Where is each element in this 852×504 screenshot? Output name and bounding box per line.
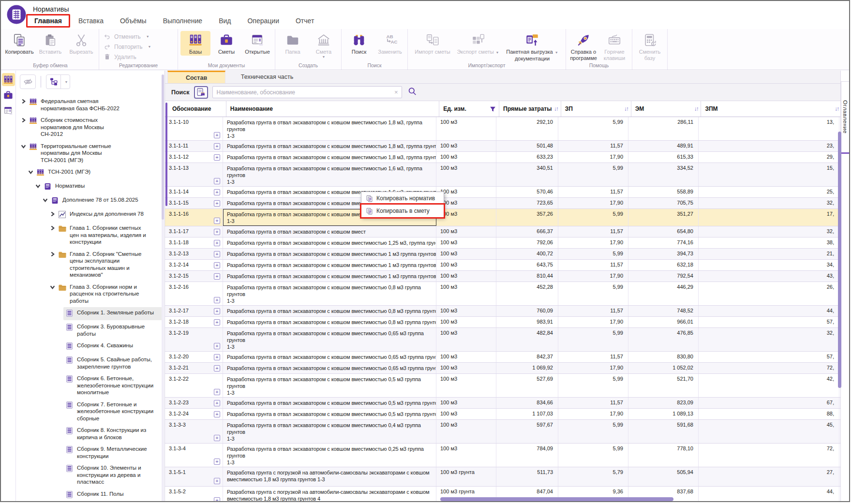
column-header-zpm[interactable]: ЗПМ↓↑ — [701, 101, 842, 117]
expand-plus-icon[interactable]: + — [214, 262, 220, 268]
menu-tab-home[interactable]: Главная — [26, 14, 70, 28]
expand-plus-icon[interactable]: + — [214, 154, 220, 161]
ribbon-button-batch-export[interactable]: Пакетная выгрузка▼документации — [501, 31, 563, 62]
table-row-3.1-2-22[interactable]: 3.1-2-22+Разработка грунта в отвал экска… — [165, 374, 842, 398]
sort-icon[interactable]: ↓↑ — [554, 105, 558, 112]
ribbon-button-about[interactable]: Справка о программе — [568, 31, 598, 62]
expand-plus-icon[interactable]: + — [214, 459, 220, 465]
table-row-3.1-2-16[interactable]: 3.1-2-16+Разработка грунта в отвал экска… — [165, 282, 842, 306]
context-menu-item-copy-to-estimate[interactable]: Копировать в смету — [361, 205, 444, 217]
rail-opened[interactable] — [2, 104, 15, 117]
table-row-3.1-2-17[interactable]: 3.1-2-17+Разработка грунта в отвал экска… — [165, 306, 842, 317]
sort-icon[interactable]: ↓↑ — [624, 105, 628, 112]
menu-tab-operations[interactable]: Операции — [239, 14, 287, 28]
expand-plus-icon[interactable]: + — [214, 497, 220, 501]
expand-plus-icon[interactable]: + — [214, 218, 220, 224]
chevron-down-icon[interactable] — [34, 183, 42, 189]
expand-plus-icon[interactable]: + — [214, 365, 220, 371]
tree-scrollbar-thumb[interactable] — [162, 74, 164, 220]
expand-plus-icon[interactable]: + — [214, 273, 220, 280]
expand-plus-icon[interactable]: + — [214, 400, 220, 406]
table-row-3.1-1-11[interactable]: 3.1-1-11+Разработка грунта в отвал экска… — [165, 141, 842, 152]
chevron-right-icon[interactable] — [20, 118, 27, 123]
menu-tab-insert[interactable]: Вставка — [70, 14, 112, 28]
horizontal-scrollbar-thumb[interactable] — [440, 497, 673, 501]
expand-plus-icon[interactable]: + — [214, 389, 220, 395]
tree-item-20[interactable]: Сборник 11. Полы — [18, 489, 163, 502]
menu-tab-execution[interactable]: Выполнение — [155, 14, 210, 28]
chevron-down-icon[interactable]: ▼ — [65, 80, 68, 84]
vertical-scrollbar-thumb[interactable] — [838, 132, 841, 388]
expand-plus-icon[interactable]: + — [214, 229, 220, 235]
tree-item-18[interactable]: Сборник 9. Металлические конструкции — [18, 444, 163, 461]
tree-item-6[interactable]: Дополнение 78 от 15.08.2025 — [18, 194, 163, 208]
expand-plus-icon[interactable]: + — [214, 354, 220, 360]
expand-plus-icon[interactable]: + — [214, 240, 220, 246]
tree-item-7[interactable]: Индексы для дополнения 78 — [18, 208, 163, 222]
expand-plus-icon[interactable]: + — [214, 308, 220, 314]
expand-plus-icon[interactable]: + — [214, 143, 220, 149]
tree-item-19[interactable]: Сборник 10. Элементы и конструкции из де… — [18, 462, 163, 488]
column-header-obosnovanie[interactable]: Обоснование — [168, 101, 226, 117]
tree-item-9[interactable]: Глава 2. Сборник "Сметные цены эксплуата… — [18, 249, 163, 281]
chevron-down-icon[interactable] — [20, 144, 27, 149]
context-menu-item-copy-normative[interactable]: Копировать норматив — [361, 192, 444, 205]
expand-plus-icon[interactable]: + — [214, 319, 220, 326]
ribbon-button-search[interactable]: Поиск — [344, 31, 374, 56]
tree-item-5[interactable]: Нормативы — [18, 180, 163, 193]
table-row-3.1-2-23[interactable]: 3.1-2-23+Разработка грунта в отвал экска… — [165, 398, 842, 409]
sort-icon[interactable]: ↓↑ — [835, 105, 838, 112]
column-header-zp[interactable]: ЗП↓↑ — [561, 101, 631, 117]
tree-item-13[interactable]: Сборник 4. Скважины — [18, 340, 163, 353]
table-row-3.1-2-21[interactable]: 3.1-2-21+Разработка грунта в отвал экска… — [165, 363, 842, 374]
table-row-3.1-1-12[interactable]: 3.1-1-12+Разработка грунта в отвал экска… — [165, 152, 842, 163]
ribbon-button-opened[interactable]: Открытые — [242, 31, 272, 56]
expand-plus-icon[interactable]: + — [214, 132, 220, 138]
chevron-right-icon[interactable] — [49, 252, 56, 257]
column-header-direct-costs[interactable]: Прямые затраты↓↑ — [499, 101, 561, 117]
column-header-name[interactable]: Наименование — [226, 101, 439, 117]
column-header-em[interactable]: ЭМ↓↑ — [631, 101, 702, 117]
expand-plus-icon[interactable]: + — [214, 189, 220, 195]
tree-item-2[interactable]: Сборник стоимостных нормативов для Москв… — [18, 115, 163, 140]
toc-tab[interactable]: Оглавление — [841, 81, 849, 154]
filter-icon[interactable] — [490, 106, 496, 112]
rail-estimates[interactable] — [2, 89, 15, 102]
table-row-3.1-1-10[interactable]: 3.1-1-10+Разработка грунта в отвал экска… — [165, 117, 842, 141]
menu-tab-view[interactable]: Вид — [210, 14, 239, 28]
table-row-3.1-1-14[interactable]: 3.1-1-14+Разработка грунта в отвал экска… — [165, 187, 842, 198]
tree-item-14[interactable]: Сборник 5. Свайные работы, закрепление г… — [18, 354, 163, 372]
ribbon-button-bases[interactable]: Базы — [180, 31, 210, 56]
table-row-3.1-2-20[interactable]: 3.1-2-20+Разработка грунта в отвал экска… — [165, 352, 842, 363]
chevron-down-icon[interactable] — [27, 169, 34, 175]
table-row-3.1-5-1[interactable]: 3.1-5-1+Разработка грунта с погрузкой на… — [165, 467, 842, 487]
chevron-right-icon[interactable] — [49, 211, 56, 217]
menu-tab-volumes[interactable]: Объёмы — [112, 14, 155, 28]
expand-plus-icon[interactable]: + — [214, 251, 220, 257]
table-row-3.1-1-17[interactable]: 3.1-1-17+Разработка грунта в отвал экска… — [165, 226, 842, 237]
expand-plus-icon[interactable]: + — [214, 178, 220, 184]
expand-plus-icon[interactable]: + — [214, 435, 220, 441]
ribbon-button-estimates[interactable]: Сметы — [211, 31, 241, 56]
table-row-3.1-2-18[interactable]: 3.1-2-18+Разработка грунта в отвал экска… — [165, 317, 842, 328]
tree-item-4[interactable]: ТСН-2001 (МГЭ) — [18, 166, 163, 179]
table-row-3.1-2-13[interactable]: 3.1-2-13+Разработка грунта в отвал экска… — [165, 249, 842, 260]
chevron-down-icon[interactable] — [49, 284, 56, 290]
table-row-3.1-2-19[interactable]: 3.1-2-19+Разработка грунта в отвал экска… — [165, 328, 842, 352]
tree-item-16[interactable]: Сборник 7. Бетонные и железобетонные кон… — [18, 399, 163, 424]
chevron-right-icon[interactable] — [49, 225, 56, 231]
tree-item-10[interactable]: Глава 3. Сборники норм и расценок на стр… — [18, 282, 163, 307]
table-row-3.1-3-3[interactable]: 3.1-3-3+Разработка грунта в отвал экскав… — [165, 420, 842, 444]
tree-view-mode-button[interactable]: ▼ — [46, 74, 70, 89]
column-header-unit[interactable]: Ед. изм. — [439, 101, 499, 117]
menu-tab-report[interactable]: Отчет — [287, 14, 322, 28]
table-row-3.1-1-13[interactable]: 3.1-1-13+Разработка грунта в отвал экска… — [165, 163, 842, 187]
expand-plus-icon[interactable]: + — [214, 200, 220, 207]
tree-item-12[interactable]: Сборник 3. Буровзрывные работы — [18, 321, 163, 339]
ribbon-button-copy[interactable]: Копировать — [4, 31, 34, 56]
expand-plus-icon[interactable]: + — [214, 411, 220, 417]
table-row-3.1-2-15[interactable]: 3.1-2-15+Разработка грунта в отвал экска… — [165, 271, 842, 282]
expand-plus-icon[interactable]: + — [214, 297, 220, 303]
tree-item-15[interactable]: Сборник 6. Бетонные, железобетонные конс… — [18, 373, 163, 398]
table-row-3.1-2-24[interactable]: 3.1-2-24+Разработка грунта в отвал экска… — [165, 409, 842, 420]
